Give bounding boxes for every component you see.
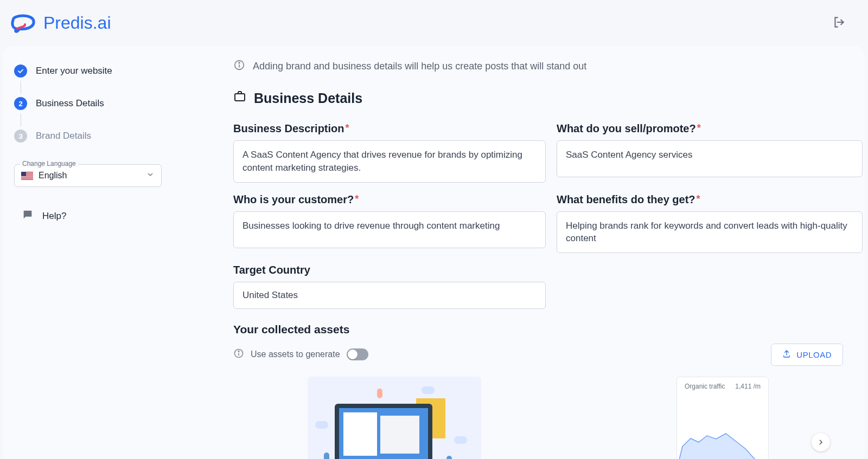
field-target-country: Target Country United States <box>233 264 546 309</box>
wizard-sidebar: Enter your website 2 Business Details 3 … <box>3 46 204 459</box>
label-text: Who is your customer? <box>233 193 354 205</box>
asset-thumbnail[interactable] <box>308 377 481 459</box>
required-marker: * <box>346 122 349 133</box>
step-enter-website[interactable]: Enter your website <box>14 64 193 77</box>
info-text: Adding brand and business details will h… <box>253 61 586 72</box>
field-benefits: What benefits do they get?* Helping bran… <box>557 193 863 254</box>
decoration <box>454 436 467 444</box>
step-brand-details[interactable]: 3 Brand Details <box>14 130 193 143</box>
target-country-input[interactable]: United States <box>233 282 546 309</box>
step-connector <box>21 81 21 94</box>
assets-toggle-group: Use assets to generate <box>233 348 368 361</box>
decoration <box>315 421 328 429</box>
asset-chart-label: Organic traffic <box>685 383 725 390</box>
flag-us-icon <box>21 172 33 180</box>
area-chart-icon <box>677 409 769 459</box>
section-title-text: Business Details <box>254 90 362 106</box>
info-icon <box>233 348 244 361</box>
step-number: 3 <box>14 130 27 143</box>
brand-icon <box>7 10 39 36</box>
decoration <box>377 389 382 398</box>
carousel-next-button[interactable] <box>812 433 830 451</box>
step-label: Business Details <box>36 98 104 109</box>
check-icon <box>14 64 27 77</box>
svg-point-14 <box>238 351 239 352</box>
info-banner: Adding brand and business details will h… <box>233 59 843 74</box>
svg-rect-7 <box>21 172 26 176</box>
decoration <box>324 452 329 459</box>
required-marker: * <box>355 193 359 204</box>
customer-input[interactable]: Businesses looking to drive revenue thro… <box>233 211 546 248</box>
help-link[interactable]: Help? <box>14 209 193 223</box>
assets-toggle-label: Use assets to generate <box>251 350 340 359</box>
field-sell-promote: What do you sell/promote?* SaaS Content … <box>557 122 863 183</box>
help-label: Help? <box>42 211 66 222</box>
field-customer: Who is your customer?* Businesses lookin… <box>233 193 546 254</box>
svg-rect-4 <box>21 176 33 177</box>
step-connector <box>21 113 21 126</box>
step-label: Enter your website <box>36 66 112 76</box>
sell-promote-input[interactable]: SaaS Content Agency services <box>557 140 863 177</box>
field-label: What benefits do they get?* <box>557 193 863 206</box>
brand-logo[interactable]: Predis.ai <box>7 10 111 36</box>
svg-point-10 <box>239 62 240 63</box>
field-label: Who is your customer?* <box>233 193 546 206</box>
upload-label: UPLOAD <box>796 350 832 359</box>
assets-title: Your collected assets <box>233 323 843 336</box>
svg-rect-11 <box>235 94 245 101</box>
label-text: Business Description <box>233 122 344 134</box>
step-business-details[interactable]: 2 Business Details <box>14 97 193 110</box>
asset-thumbnail[interactable]: Organic traffic 1,411 /m <box>676 377 769 459</box>
decoration <box>343 412 377 456</box>
language-select[interactable]: Change Language English <box>14 164 162 187</box>
logout-icon[interactable] <box>832 15 846 31</box>
toggle-knob <box>348 350 358 359</box>
upload-icon <box>782 350 791 360</box>
field-label: What do you sell/promote?* <box>557 122 863 135</box>
assets-controls: Use assets to generate UPLOAD <box>233 344 843 366</box>
svg-rect-5 <box>21 177 33 178</box>
field-business-description: Business Description* A SaaS Content Age… <box>233 122 546 183</box>
upload-button[interactable]: UPLOAD <box>771 344 843 366</box>
svg-rect-6 <box>21 178 33 179</box>
field-label: Business Description* <box>233 122 546 135</box>
app-shell: Enter your website 2 Business Details 3 … <box>3 46 865 459</box>
required-marker: * <box>697 193 700 204</box>
section-title: Business Details <box>233 90 843 106</box>
chevron-down-icon <box>146 170 155 181</box>
benefits-input[interactable]: Helping brands rank for keywords and con… <box>557 211 863 254</box>
language-legend: Change Language <box>20 160 78 167</box>
info-icon <box>233 59 245 74</box>
form-grid: Business Description* A SaaS Content Age… <box>233 122 843 309</box>
step-number: 2 <box>14 97 27 110</box>
chat-icon <box>22 209 34 223</box>
main-panel: Adding brand and business details will h… <box>204 46 865 459</box>
brand-name: Predis.ai <box>43 13 111 33</box>
label-text: What do you sell/promote? <box>557 122 696 134</box>
required-marker: * <box>697 122 701 133</box>
decoration <box>380 416 419 454</box>
business-description-input[interactable]: A SaaS Content Agency that drives revenu… <box>233 140 546 183</box>
decoration <box>422 386 435 394</box>
step-label: Brand Details <box>36 131 91 141</box>
topbar: Predis.ai <box>0 0 868 46</box>
asset-chart-value: 1,411 /m <box>735 383 761 390</box>
language-value: English <box>39 171 141 180</box>
decoration <box>446 456 452 459</box>
use-assets-toggle[interactable] <box>347 348 368 360</box>
label-text: What benefits do they get? <box>557 193 695 205</box>
briefcase-icon <box>233 90 246 106</box>
field-label: Target Country <box>233 264 546 276</box>
assets-gallery: Organic traffic 1,411 /m <box>233 377 843 459</box>
